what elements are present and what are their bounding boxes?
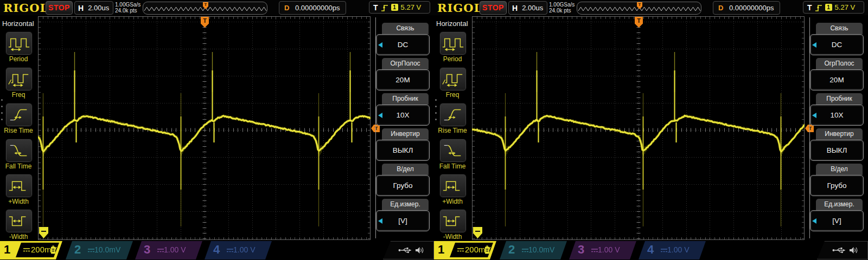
menu-item-header: Инвертир [816,128,863,140]
menu-item-probe[interactable]: Пробник 10X [808,93,868,127]
timebase-value: 2.00us [88,4,109,12]
menu-item-header: Инвертир [382,128,429,140]
io-status-zone [817,241,868,259]
freq-icon [441,70,465,88]
channel3-scale: 1.00 V [164,245,186,254]
menu-item-value: 10X [810,105,864,126]
channel2-number: 2 [508,243,515,257]
channel3-scale: 1.00 V [598,245,620,254]
waveform-display [472,16,805,240]
channel1-scale-box: 200mV [450,243,493,257]
period-icon [7,34,31,53]
channel2-status[interactable]: 2 10.0mV [66,241,133,259]
oscilloscope-screen-left: RIGOL STOP H 2.00us 1.00GSa/s24.0k pts T… [0,0,434,260]
sidebar-button-rise-time[interactable] [5,103,33,127]
chevron-left-icon [812,42,816,48]
page-dot [435,112,437,114]
channel1-status[interactable]: 1 200mV [0,241,62,259]
sidebar-button-minus-width[interactable] [5,209,33,233]
sidebar-label-period: Period [0,55,37,63]
menu-item-value: 20M [376,69,430,90]
sidebar-button-period[interactable] [5,31,33,55]
trigger-source-badge: 1 [825,4,832,11]
rise-time-icon [441,106,465,124]
menu-item-units[interactable]: Ед.измер. [V] [808,199,868,233]
probe-battery-icon [484,245,490,254]
sidebar-button-fall-time[interactable] [5,139,33,162]
channel2-number: 2 [74,243,81,257]
channel3-status[interactable]: 3 1.00 V [135,241,202,259]
menu-item-volts-div[interactable]: В/дел Грубо [374,164,434,198]
fall-time-icon [441,141,465,160]
measure-sidebar: Horizontal Period Freq [0,15,37,241]
menu-item-invert[interactable]: Инвертир ВЫКЛ [808,128,868,162]
menu-item-header: Ед.измер. [816,199,863,210]
menu-item-header: Связь [816,23,863,34]
sidebar-label-rise-time: Rise Time [434,127,471,134]
sidebar-label-freq: Freq [434,91,471,99]
chevron-left-icon [378,113,382,118]
page-dot [435,99,437,101]
plus-width-icon [7,177,31,195]
trigger-source-badge: 1 [391,4,398,11]
run-state-badge: STOP [480,1,507,15]
channel4-number: 4 [647,243,654,257]
channel-status-bar: 1 200mV 2 [0,241,434,259]
trigger-level-value: 5.27 V [401,3,422,11]
menu-item-value: Грубо [810,175,864,196]
dc-coupling-icon [660,248,668,253]
channel4-scale: 1.00 V [233,245,255,254]
page-dot [1,106,3,107]
sidebar-button-freq[interactable] [5,67,33,91]
trigger-label: T [373,3,378,12]
menu-item-invert[interactable]: Инвертир ВЫКЛ [374,128,434,162]
channel4-scale: 1.00 V [667,245,689,254]
sidebar-button-rise-time[interactable] [439,103,467,127]
menu-item-bandwidth[interactable]: ОгрПолос 20M [808,58,868,92]
sidebar-button-minus-width[interactable] [439,209,467,233]
channel1-number: 1 [438,243,444,257]
menu-item-units[interactable]: Ед.измер. [V] [374,199,434,233]
probe-battery-icon [50,245,56,254]
timebase-value: 2.00us [522,4,543,12]
sidebar-label-fall-time: Fall Time [434,162,471,170]
channel1-status[interactable]: 1 200mV [434,241,496,259]
usb-icon [398,246,412,254]
menu-item-probe[interactable]: Пробник 10X [374,93,434,127]
page-dot [1,119,3,120]
sidebar-label-minus-width: -Width [434,233,471,240]
dual-scope-stage: RIGOL STOP H 2.00us 1.00GSa/s24.0k pts T… [0,0,868,260]
sidebar-label-rise-time: Rise Time [0,127,37,134]
dc-coupling-icon [226,248,234,253]
channel4-status[interactable]: 4 1.00 V [639,241,706,259]
speaker-icon [414,245,424,255]
channel-menu: CH1 Связь DC ОгрПолос 20M Пробник 10X Ин… [374,15,434,241]
sidebar-button-plus-width[interactable] [5,174,33,198]
sidebar-button-fall-time[interactable] [439,139,467,162]
channel4-number: 4 [213,243,220,257]
menu-item-bandwidth[interactable]: ОгрПолос 20M [374,58,434,92]
sidebar-label-minus-width: -Width [0,233,37,240]
sidebar-button-plus-width[interactable] [439,174,467,198]
channel4-status[interactable]: 4 1.00 V [205,241,272,259]
usb-icon [832,246,846,254]
sidebar-button-period[interactable] [439,31,467,55]
menu-item-value: 10X [376,105,430,126]
menu-item-volts-div[interactable]: В/дел Грубо [808,164,868,198]
trigger-level-value: 5.27 V [835,3,856,11]
minus-width-icon [7,212,31,230]
chevron-left-icon [812,218,816,224]
freq-icon [7,70,31,88]
trigger-readout-box: T 1 5.27 V [803,1,864,14]
sidebar-label-period: Period [434,55,471,63]
menu-item-coupling[interactable]: Связь DC [374,23,434,57]
sidebar-button-freq[interactable] [439,67,467,91]
menu-item-coupling[interactable]: Связь DC [808,23,868,57]
menu-item-header: Пробник [382,93,429,105]
delay-label: D [718,4,723,12]
channel2-status[interactable]: 2 10.0mV [500,241,567,259]
delay-readout-box: D 0.00000000ps [279,1,346,15]
channel1-scale-box: 200mV [16,243,59,257]
channel3-status[interactable]: 3 1.00 V [569,241,636,259]
menu-item-value: ВЫКЛ [810,140,864,161]
